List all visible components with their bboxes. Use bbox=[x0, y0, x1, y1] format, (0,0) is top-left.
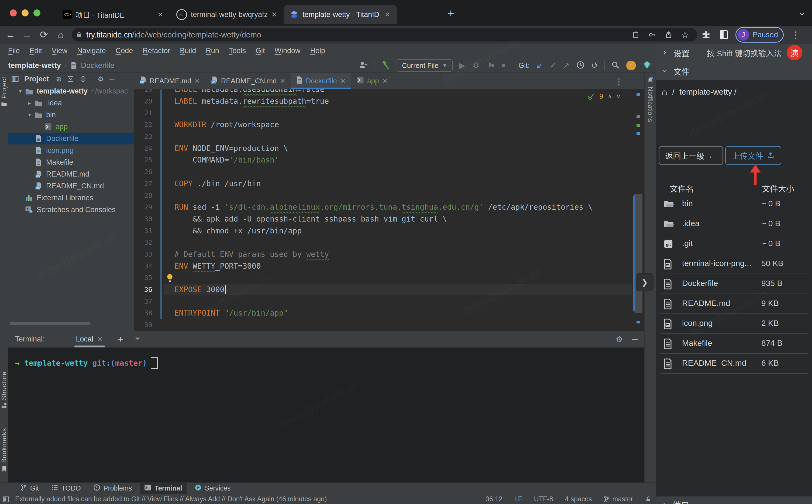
code-line-21[interactable]: 21 bbox=[134, 107, 632, 119]
debug-bug-icon[interactable] bbox=[472, 61, 480, 70]
hide-panel-icon[interactable]: ─ bbox=[109, 75, 114, 83]
macos-traffic-lights[interactable] bbox=[10, 9, 40, 16]
collapse-all-icon[interactable] bbox=[80, 75, 87, 82]
caret-position[interactable]: 36:12 bbox=[486, 495, 503, 503]
browser-menu-icon[interactable]: ⋮ bbox=[791, 29, 800, 40]
toolwindow-tab-notifications[interactable]: Notifications bbox=[645, 77, 656, 122]
key-icon[interactable] bbox=[648, 30, 656, 39]
close-icon[interactable]: ✕ bbox=[280, 77, 285, 85]
toolwindow-button-problems[interactable]: Problems bbox=[89, 483, 136, 494]
toolwindow-button-todo[interactable]: TODO bbox=[47, 483, 85, 494]
browser-tab-2[interactable]: >.terminal-wetty-bwqryafz - Tita✕ bbox=[170, 5, 284, 24]
tree-chevron-icon[interactable]: ▾ bbox=[16, 88, 24, 94]
close-icon[interactable]: ✕ bbox=[382, 77, 387, 85]
tree-chevron-icon[interactable]: ▸ bbox=[26, 100, 34, 106]
file-row--idea[interactable]: .idea~ 0 B bbox=[656, 214, 812, 234]
git-commit-icon[interactable]: ✓ bbox=[549, 61, 556, 70]
code-line-32[interactable]: 32 bbox=[134, 237, 632, 248]
project-tree-hscrollbar[interactable] bbox=[10, 322, 91, 325]
profile-chip[interactable]: J Paused bbox=[735, 27, 784, 43]
section-端口[interactable]: 端口 bbox=[656, 496, 812, 504]
browser-tab-3[interactable]: template-wetty - TitanIDE✕ bbox=[284, 5, 397, 24]
breadcrumb-file[interactable]: Dockerfile bbox=[81, 61, 114, 70]
side-panel-icon[interactable] bbox=[720, 30, 728, 39]
git-update-icon[interactable]: ↙ bbox=[536, 61, 543, 70]
home-icon[interactable]: ⌂ bbox=[662, 86, 668, 98]
status-window-icon[interactable] bbox=[3, 496, 9, 503]
panel-expand-chevron[interactable]: ❯ bbox=[636, 273, 653, 291]
git-branch-widget[interactable]: master bbox=[604, 495, 633, 503]
code-line-33[interactable]: 33# Default ENV params used by wetty bbox=[134, 248, 632, 260]
code-line-27[interactable]: 27COPY ./bin /usr/bin bbox=[134, 178, 632, 190]
maximize-window-button[interactable] bbox=[33, 9, 40, 16]
tree-item-icon-png[interactable]: icon.png bbox=[8, 144, 134, 156]
menu-view[interactable]: View bbox=[48, 47, 71, 55]
reload-button[interactable]: ⟳ bbox=[36, 29, 52, 40]
code-line-24[interactable]: 24ENV NODE_ENV=production \ bbox=[134, 142, 632, 154]
code-line-37[interactable]: 37 bbox=[134, 295, 632, 307]
terminal-dropdown-icon[interactable] bbox=[134, 335, 141, 344]
file-row-icon-png[interactable]: icon.png2 KB bbox=[656, 314, 812, 334]
home-button[interactable]: ⌂ bbox=[52, 29, 69, 40]
file-row--git[interactable]: git.git~ 0 B bbox=[656, 234, 812, 254]
tree-chevron-icon[interactable]: ▾ bbox=[26, 112, 34, 118]
code-line-25[interactable]: 25 COMMAND='/bin/bash' bbox=[134, 154, 632, 166]
code-line-34[interactable]: 34ENV WETTY_PORT=3000 bbox=[134, 260, 632, 272]
menu-window[interactable]: Window bbox=[271, 47, 304, 55]
tree-item-readme-cn-md[interactable]: MDREADME_CN.md bbox=[8, 180, 134, 192]
tree-item-bin[interactable]: ▾bin bbox=[8, 109, 134, 121]
editor-tab-app[interactable]: app✕ bbox=[351, 73, 393, 89]
stop-button[interactable]: ■ bbox=[501, 62, 505, 69]
toolwindow-tab-bookmarks[interactable]: Bookmarks bbox=[0, 428, 8, 472]
minimize-window-button[interactable] bbox=[22, 9, 29, 16]
terminal-minimize-icon[interactable]: ─ bbox=[632, 335, 638, 344]
file-row-readme-md[interactable]: README.md9 KB bbox=[656, 294, 812, 314]
extensions-puzzle-icon[interactable] bbox=[701, 30, 711, 39]
locate-file-icon[interactable]: ⊕ bbox=[56, 75, 62, 83]
search-everywhere-icon[interactable] bbox=[611, 61, 620, 70]
code-line-20[interactable]: 20LABEL metadata.rewritesubpath=true bbox=[134, 95, 632, 107]
terminal-output[interactable]: → template-wetty git:(master) bbox=[8, 348, 644, 369]
menu-code[interactable]: Code bbox=[112, 47, 137, 55]
close-tab-icon[interactable]: ✕ bbox=[157, 11, 164, 19]
close-icon[interactable]: ✕ bbox=[97, 335, 103, 344]
menu-run[interactable]: Run bbox=[202, 47, 223, 55]
project-panel-title[interactable]: Project bbox=[24, 75, 49, 83]
close-tab-icon[interactable]: ✕ bbox=[271, 11, 278, 19]
tree-item-external-libraries[interactable]: External Libraries bbox=[8, 192, 134, 204]
close-window-button[interactable] bbox=[10, 9, 17, 16]
scrollbar-thumb[interactable] bbox=[634, 194, 642, 313]
breadcrumb-project[interactable]: template-wetty bbox=[8, 61, 61, 70]
rollback-icon[interactable]: ↺ bbox=[591, 61, 598, 70]
menu-tools[interactable]: Tools bbox=[225, 47, 250, 55]
clipboard-icon[interactable] bbox=[632, 30, 639, 39]
expand-all-icon[interactable] bbox=[67, 75, 74, 82]
menu-navigate[interactable]: Navigate bbox=[73, 47, 110, 55]
editor-scroll-stripe[interactable] bbox=[632, 89, 644, 331]
code-line-23[interactable]: 23 bbox=[134, 131, 632, 143]
close-icon[interactable]: ✕ bbox=[340, 77, 346, 85]
line-ending[interactable]: LF bbox=[514, 495, 522, 503]
toolwindow-button-terminal[interactable]: Terminal bbox=[140, 483, 186, 494]
share-icon[interactable] bbox=[665, 30, 672, 39]
file-row-makefile[interactable]: Makefile874 B bbox=[656, 334, 812, 354]
tree-item--idea[interactable]: ▸.idea bbox=[8, 97, 134, 109]
build-hammer-icon[interactable] bbox=[381, 60, 390, 71]
code-line-26[interactable]: 26 bbox=[134, 166, 632, 178]
toolwindow-tab-structure[interactable]: Structure bbox=[0, 371, 8, 408]
terminal-tab-local[interactable]: Local✕ bbox=[74, 331, 105, 347]
editor-tab-readme-cn-md[interactable]: MDREADME_CN.md✕ bbox=[205, 73, 291, 89]
close-icon[interactable]: ✕ bbox=[195, 77, 200, 85]
user-menu-icon[interactable] bbox=[359, 60, 368, 71]
tree-item-readme-md[interactable]: MDREADME.md bbox=[8, 168, 134, 180]
run-coverage-icon[interactable] bbox=[487, 61, 495, 70]
run-config-select[interactable]: Current File▼ bbox=[397, 59, 453, 72]
code-line-39[interactable]: 39 bbox=[134, 319, 632, 331]
tree-item-scratches-and-consoles[interactable]: Scratches and Consoles bbox=[8, 204, 134, 216]
lightbulb-icon[interactable] bbox=[166, 273, 174, 284]
menu-help[interactable]: Help bbox=[306, 47, 329, 55]
back-parent-button[interactable]: 返回上一级 ← bbox=[659, 146, 723, 165]
editor-tab-dockerfile[interactable]: Dockerfile✕ bbox=[291, 73, 351, 89]
toolwindow-button-services[interactable]: Services bbox=[190, 483, 235, 494]
forward-button[interactable]: → bbox=[19, 29, 36, 40]
